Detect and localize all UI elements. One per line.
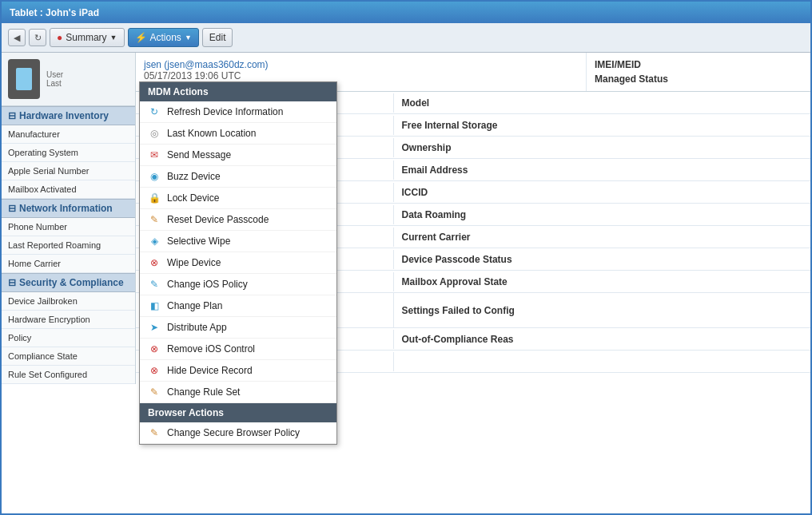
menu-item-remove-ios-label: Remove iOS Control: [167, 343, 255, 355]
plan-icon: ◧: [148, 299, 161, 312]
menu-item-plan-label: Change Plan: [167, 300, 222, 311]
menu-item-selective-wipe-label: Selective Wipe: [167, 236, 230, 247]
menu-item-plan[interactable]: ◧ Change Plan: [140, 295, 336, 317]
device-info-mini: User Last: [46, 70, 63, 88]
menu-item-rule-set-label: Change Rule Set: [167, 386, 240, 398]
menu-item-hide-device[interactable]: ⊗ Hide Device Record: [140, 360, 336, 382]
network-section-header: ⊟ Network Information: [2, 199, 135, 218]
data-roaming-label: Data Roaming: [394, 205, 554, 224]
menu-item-buzz[interactable]: ◉ Buzz Device: [140, 166, 336, 188]
settings-failed-label: Settings Failed to Config: [394, 301, 554, 320]
remove-ios-icon: ⊗: [148, 343, 161, 355]
ownership-val: [554, 144, 811, 152]
carrier-item: Home Carrier: [2, 255, 135, 273]
data-roaming-val: [554, 211, 811, 219]
manufacturer-item: Manufacturer: [2, 125, 135, 144]
ruleset-right-val: [554, 358, 811, 366]
top-right-info: IMEI/MEID Managed Status: [587, 53, 810, 91]
free-storage-val: [554, 121, 811, 129]
security-section-label: Security & Compliance: [19, 277, 124, 288]
content-area: User Last ⊟ Hardware Inventory Manufactu…: [2, 53, 810, 384]
ios-policy-icon: ✎: [148, 278, 161, 291]
mdm-actions-header: MDM Actions: [140, 82, 336, 101]
menu-item-location[interactable]: ◎ Last Known Location: [140, 123, 336, 145]
menu-item-reset-passcode[interactable]: ✎ Reset Device Passcode: [140, 209, 336, 231]
jailbroken-item: Device Jailbroken: [2, 292, 135, 311]
rule-set-icon: ✎: [148, 386, 161, 398]
refresh-button[interactable]: ↻: [29, 29, 46, 46]
summary-button[interactable]: ● Summary ▼: [50, 28, 125, 47]
model-label: Model: [394, 93, 554, 113]
menu-item-browser-policy[interactable]: ✎ Change Secure Browser Policy: [140, 422, 336, 444]
device-icon-section: User Last: [2, 53, 135, 106]
imei-label: IMEI/MEID: [595, 59, 802, 70]
refresh-icon: ↻: [148, 105, 161, 118]
os-item: Operating System: [2, 144, 135, 162]
serial-item: Apple Serial Number: [2, 162, 135, 180]
current-carrier-label: Current Carrier: [394, 228, 554, 247]
menu-item-ios-policy[interactable]: ✎ Change iOS Policy: [140, 274, 336, 295]
free-storage-label: Free Internal Storage: [394, 116, 554, 135]
menu-item-reset-label: Reset Device Passcode: [167, 214, 269, 225]
hide-device-icon: ⊗: [148, 364, 161, 377]
menu-item-distribute-label: Distribute App: [167, 322, 227, 333]
location-icon: ◎: [148, 127, 161, 140]
menu-item-hide-device-label: Hide Device Record: [167, 365, 253, 376]
title-bar: Tablet : John's iPad: [2, 2, 810, 23]
menu-item-message[interactable]: ✉ Send Message: [140, 145, 336, 166]
buzz-icon: ◉: [148, 170, 161, 183]
menu-item-refresh-label: Refresh Device Information: [167, 106, 283, 117]
ruleset-right-label: [394, 358, 554, 366]
left-panel: User Last ⊟ Hardware Inventory Manufactu…: [2, 53, 136, 384]
hardware-section-header: ⊟ Hardware Inventory: [2, 106, 135, 125]
phone-item: Phone Number: [2, 218, 135, 236]
last-seen-display: 05/17/2013 19:06 UTC: [144, 70, 578, 81]
wipe-icon: ⊗: [148, 256, 161, 269]
actions-button[interactable]: ⚡ Actions ▼: [128, 28, 199, 47]
user-email: jsen (jsen@maas360dz.com): [144, 59, 269, 70]
menu-item-selective-wipe[interactable]: ◈ Selective Wipe: [140, 231, 336, 252]
out-of-compliance-label: Out-of-Compliance Reas: [394, 330, 554, 349]
hardware-collapse-icon[interactable]: ⊟: [8, 110, 16, 121]
ruleset-item: Rule Set Configured: [2, 366, 135, 384]
back-button[interactable]: ◀: [8, 29, 26, 46]
mailbox-item: Mailbox Activated: [2, 180, 135, 199]
actions-arrow: ▼: [185, 34, 192, 42]
actions-label: Actions: [150, 32, 181, 43]
security-collapse-icon[interactable]: ⊟: [8, 277, 16, 288]
email-address-label: Email Address: [394, 160, 554, 180]
menu-item-wipe-label: Wipe Device: [167, 257, 221, 268]
menu-item-refresh[interactable]: ↻ Refresh Device Information: [140, 101, 336, 123]
menu-item-wipe[interactable]: ⊗ Wipe Device: [140, 252, 336, 274]
menu-item-remove-ios[interactable]: ⊗ Remove iOS Control: [140, 339, 336, 360]
network-collapse-icon[interactable]: ⊟: [8, 203, 16, 214]
toolbar: ◀ ↻ ● Summary ▼ ⚡ Actions ▼ Edit: [2, 23, 810, 53]
encryption-item: Hardware Encryption: [2, 311, 135, 329]
settings-failed-val: [554, 307, 811, 315]
menu-item-location-label: Last Known Location: [167, 128, 256, 139]
menu-item-lock-label: Lock Device: [167, 192, 219, 204]
menu-item-rule-set[interactable]: ✎ Change Rule Set: [140, 382, 336, 403]
browser-actions-header: Browser Actions: [140, 403, 336, 422]
passcode-status-val: [554, 256, 811, 263]
edit-button[interactable]: Edit: [202, 28, 233, 47]
compliance-item: Compliance State: [2, 347, 135, 366]
last-seen-val: 05/17/2013 19:06 UTC: [144, 70, 241, 81]
passcode-status-label: Device Passcode Status: [394, 250, 554, 269]
lock-icon: 🔒: [148, 192, 161, 204]
username-display: jsen (jsen@maas360dz.com): [144, 59, 578, 70]
actions-dropdown: MDM Actions ↻ Refresh Device Information…: [139, 81, 337, 445]
menu-item-lock[interactable]: 🔒 Lock Device: [140, 188, 336, 209]
iccid-label: ICCID: [394, 183, 554, 202]
menu-item-buzz-label: Buzz Device: [167, 171, 221, 182]
selective-wipe-icon: ◈: [148, 235, 161, 248]
managed-status-label: Managed Status: [595, 73, 802, 85]
roaming-item: Last Reported Roaming: [2, 236, 135, 255]
mailbox-approval-val: [554, 278, 811, 286]
browser-policy-icon: ✎: [148, 426, 161, 439]
policy-item: Policy: [2, 329, 135, 347]
last-mini-label: Last: [46, 79, 63, 88]
model-val: [554, 99, 811, 107]
menu-item-ios-policy-label: Change iOS Policy: [167, 279, 248, 290]
menu-item-distribute[interactable]: ➤ Distribute App: [140, 317, 336, 339]
